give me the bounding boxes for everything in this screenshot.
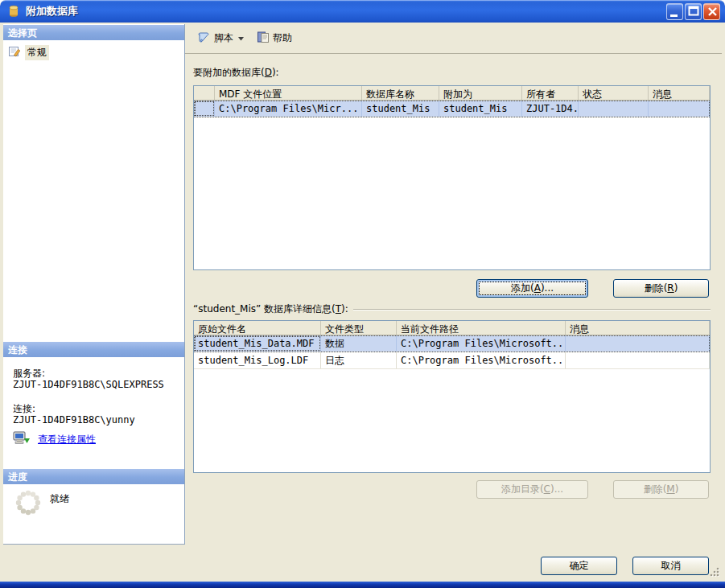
connection-section-title: 连接 [8,344,27,356]
file-type-cell: 数据 [321,335,397,352]
status-cell [579,101,649,117]
grid1-col-attach-as[interactable]: 附加为 [439,86,522,100]
current-path-value: C:\Program Files\Microsoft... [401,355,566,366]
toolbar: 脚本 帮助 [185,23,722,54]
progress-section-header: 进度 [3,469,184,484]
view-connection-row: 查看连接属性 [13,431,96,448]
window-bottom-border [0,582,725,588]
grid1-col-owner[interactable]: 所有者 [522,86,579,100]
grid1-col-database-name[interactable]: 数据库名称 [362,86,439,100]
grid1-header-row: MDF 文件位置 数据库名称 附加为 所有者 状态 消息 [194,86,710,101]
pages-section-title: 选择页 [8,27,37,39]
grid1-row-selector-header [194,86,215,100]
details-divider [353,309,711,310]
table-row[interactable]: C:\Program Files\Micr... ... student_Mis… [194,101,710,117]
current-path-cell[interactable]: C:\Program Files\Microsoft... ... [397,352,566,368]
progress-spinner-icon [14,489,42,519]
grid2-col-current-path[interactable]: 当前文件路径 [397,321,566,335]
database-details-row: “student_Mis” 数据库详细信息(T): [193,302,711,316]
current-path-cell[interactable]: C:\Program Files\Microsoft... ... [397,335,566,352]
message-cell [566,335,710,352]
attach-database-dialog: 附加数据库 选择页 [0,0,725,588]
sidebar-item-general[interactable]: 常规 [8,45,49,60]
grid2-col-message[interactable]: 消息 [566,321,710,335]
script-icon [196,31,211,46]
titlebar[interactable]: 附加数据库 [0,0,725,23]
window-controls [666,3,720,20]
general-page-icon [8,45,21,60]
sidebar: 选择页 常规 连接 服务器: ZJUT-1D4DF91B8C\SQLEXPRES… [3,24,185,545]
view-connection-properties-link[interactable]: 查看连接属性 [38,433,96,446]
message-cell [566,352,710,368]
resize-grip[interactable] [709,566,720,580]
connection-properties-icon [13,431,31,448]
mdf-location-value: C:\Program Files\Micr... [219,103,358,114]
original-filename-cell[interactable]: student_Mis_Log.LDF [194,352,321,368]
help-button[interactable]: 帮助 [252,27,297,49]
progress-section-title: 进度 [8,471,27,483]
sidebar-item-label: 常规 [25,45,49,60]
chevron-down-icon [238,32,244,43]
ok-button[interactable]: 确定 [541,557,617,575]
pages-section-header: 选择页 [3,25,184,40]
database-details-label: “student_Mis” 数据库详细信息(T): [193,302,348,316]
connection-section-header: 连接 [3,342,184,357]
add-button[interactable]: 添加(A)... [476,279,588,298]
cancel-button[interactable]: 取消 [632,557,709,575]
maximize-button[interactable] [685,3,702,20]
mdf-location-cell[interactable]: C:\Program Files\Micr... ... [215,101,362,117]
help-icon [257,31,270,46]
script-button[interactable]: 脚本 [192,27,249,49]
database-details-grid[interactable]: 原始文件名 文件类型 当前文件路径 消息 student_Mis_Data.MD… [193,320,711,473]
row-selector-cell[interactable] [194,101,215,117]
file-type-cell: 日志 [321,352,397,368]
progress-status: 就绪 [50,492,69,506]
database-icon [6,4,21,19]
add-catalog-button: 添加目录(C)... [476,480,588,499]
attach-as-cell[interactable]: student_Mis [439,101,522,117]
current-path-value: C:\Program Files\Microsoft... [401,338,566,349]
script-button-label: 脚本 [214,31,233,45]
grid2-col-file-type[interactable]: 文件类型 [321,321,397,335]
original-filename-cell[interactable]: student_Mis_Data.MDF [194,335,321,352]
owner-cell[interactable]: ZJUT-1D4... [522,101,579,117]
window-title: 附加数据库 [26,4,666,19]
help-button-label: 帮助 [273,31,292,45]
message-cell [649,101,710,117]
grid1-col-mdf-location[interactable]: MDF 文件位置 [215,86,362,100]
close-icon[interactable] [703,3,720,20]
remove-button[interactable]: 删除(R) [613,279,709,298]
minimize-button[interactable] [666,3,683,20]
attach-databases-label: 要附加的数据库(D): [193,66,279,80]
server-value: ZJUT-1D4DF91B8C\SQLEXPRESS [13,379,164,390]
table-row[interactable]: student_Mis_Log.LDF 日志 C:\Program Files\… [194,352,710,369]
grid2-header-row: 原始文件名 文件类型 当前文件路径 消息 [194,321,710,335]
grid1-col-message[interactable]: 消息 [649,86,710,100]
attach-databases-grid[interactable]: MDF 文件位置 数据库名称 附加为 所有者 状态 消息 C:\Program … [193,85,711,270]
remove-catalog-button: 删除(M) [613,480,709,499]
database-name-cell[interactable]: student_Mis [362,101,439,117]
grid1-col-status[interactable]: 状态 [579,86,649,100]
table-row[interactable]: student_Mis_Data.MDF 数据 C:\Program Files… [194,335,710,352]
grid2-col-original-filename[interactable]: 原始文件名 [194,321,321,335]
connection-value: ZJUT-1D4DF91B8C\yunny [13,414,135,426]
